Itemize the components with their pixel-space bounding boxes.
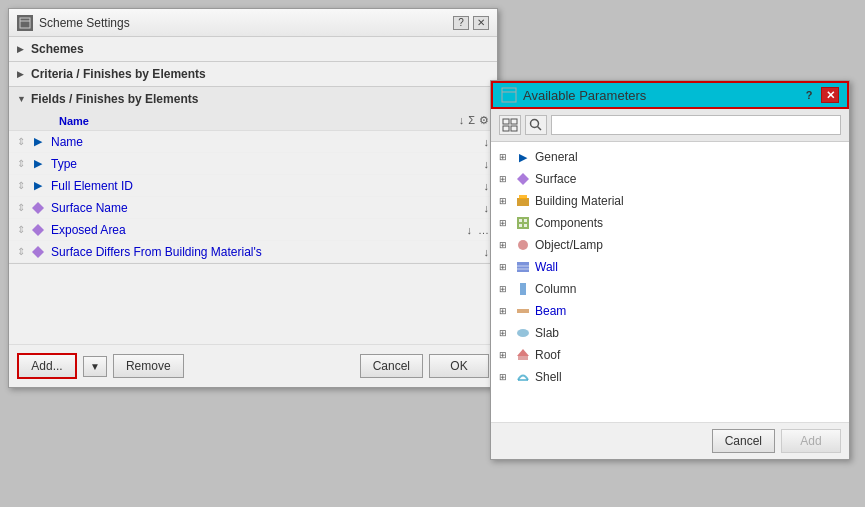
- schemes-label: Schemes: [31, 42, 84, 56]
- general-icon: ▶: [515, 149, 531, 165]
- param-label: Roof: [535, 348, 560, 362]
- field-row-surface-differs: ⇕ Surface Differs From Building Material…: [9, 241, 497, 263]
- param-item-components[interactable]: ⊞ Components: [491, 212, 849, 234]
- fields-label: Fields / Finishes by Elements: [31, 92, 198, 106]
- drag-handle[interactable]: ⇕: [17, 224, 25, 235]
- expand-icon: ⊞: [499, 372, 511, 382]
- fields-table: ⇕ ▶ Name ↓ ⇕ ▶ Type ↓ ⇕ ▶: [9, 131, 497, 263]
- svg-marker-2: [32, 202, 44, 214]
- svg-point-21: [518, 240, 528, 250]
- param-label: Object/Lamp: [535, 238, 603, 252]
- param-item-roof[interactable]: ⊞ Roof: [491, 344, 849, 366]
- sigma-icon[interactable]: Σ: [468, 114, 475, 127]
- field-sort-arrow: ↓: [467, 224, 473, 236]
- search-button[interactable]: [525, 115, 547, 135]
- svg-point-11: [531, 120, 539, 128]
- field-label: Surface Differs From Building Material's: [51, 245, 478, 259]
- svg-rect-0: [20, 18, 30, 28]
- field-type-icon: ▶: [31, 157, 45, 171]
- avail-add-button[interactable]: Add: [781, 429, 841, 453]
- avail-close-button[interactable]: ✕: [821, 87, 839, 103]
- field-label: Type: [51, 157, 478, 171]
- field-row-element-id: ⇕ ▶ Full Element ID ↓: [9, 175, 497, 197]
- avail-title: Available Parameters: [523, 88, 646, 103]
- svg-rect-29: [518, 356, 528, 360]
- svg-rect-7: [503, 119, 509, 124]
- add-button[interactable]: Add...: [17, 353, 77, 379]
- param-label: Column: [535, 282, 576, 296]
- param-label: Slab: [535, 326, 559, 340]
- avail-title-left: Available Parameters: [501, 87, 646, 103]
- svg-point-27: [517, 329, 529, 337]
- criteria-expand-arrow: ▶: [17, 69, 27, 79]
- expand-icon: ⊞: [499, 196, 511, 206]
- svg-rect-18: [524, 219, 527, 222]
- expand-icon: ⊞: [499, 262, 511, 272]
- schemes-section: ▶ Schemes: [9, 37, 497, 62]
- param-item-building-material[interactable]: ⊞ Building Material: [491, 190, 849, 212]
- svg-rect-26: [517, 309, 529, 313]
- param-item-shell[interactable]: ⊞ Shell: [491, 366, 849, 388]
- footer-right-buttons: Cancel OK: [360, 354, 489, 378]
- field-label: Surface Name: [51, 201, 478, 215]
- expand-icon: ⊞: [499, 306, 511, 316]
- param-item-column[interactable]: ⊞ Column: [491, 278, 849, 300]
- param-item-general[interactable]: ⊞ ▶ General: [491, 146, 849, 168]
- param-item-slab[interactable]: ⊞ Slab: [491, 322, 849, 344]
- field-label: Name: [51, 135, 478, 149]
- param-item-beam[interactable]: ⊞ Beam: [491, 300, 849, 322]
- dialog-title: Scheme Settings: [39, 16, 130, 30]
- avail-help-button[interactable]: ?: [801, 87, 817, 103]
- param-item-wall[interactable]: ⊞ Wall: [491, 256, 849, 278]
- param-item-surface[interactable]: ⊞ Surface: [491, 168, 849, 190]
- field-extra: …: [478, 224, 489, 236]
- drag-handle[interactable]: ⇕: [17, 246, 25, 257]
- param-item-object[interactable]: ⊞ Object/Lamp: [491, 234, 849, 256]
- add-dropdown-button[interactable]: ▼: [83, 356, 107, 377]
- field-sort-arrow: ↓: [484, 136, 490, 148]
- search-input[interactable]: [551, 115, 841, 135]
- svg-rect-22: [517, 262, 529, 272]
- shell-icon: [515, 369, 531, 385]
- table-header: Name ↓ Σ ⚙: [9, 111, 497, 131]
- cancel-button[interactable]: Cancel: [360, 354, 423, 378]
- fields-header[interactable]: ▼ Fields / Finishes by Elements: [9, 87, 497, 111]
- roof-icon: [515, 347, 531, 363]
- svg-rect-10: [511, 126, 517, 131]
- criteria-label: Criteria / Finishes by Elements: [31, 67, 206, 81]
- field-label: Full Element ID: [51, 179, 478, 193]
- svg-rect-16: [517, 217, 529, 229]
- expand-icon: ⊞: [499, 152, 511, 162]
- svg-rect-25: [520, 283, 526, 295]
- settings-icon[interactable]: ⚙: [479, 114, 489, 127]
- field-type-icon: ▶: [31, 135, 45, 149]
- remove-button[interactable]: Remove: [113, 354, 184, 378]
- drag-handle[interactable]: ⇕: [17, 158, 25, 169]
- param-label: Surface: [535, 172, 576, 186]
- avail-app-icon: [501, 87, 517, 103]
- avail-titlebar: Available Parameters ? ✕: [491, 81, 849, 109]
- param-label: General: [535, 150, 578, 164]
- drag-handle[interactable]: ⇕: [17, 136, 25, 147]
- param-label: Wall: [535, 260, 558, 274]
- drag-handle[interactable]: ⇕: [17, 202, 25, 213]
- svg-marker-13: [517, 173, 529, 185]
- schemes-header[interactable]: ▶ Schemes: [9, 37, 497, 61]
- avail-cancel-button[interactable]: Cancel: [712, 429, 775, 453]
- field-sort-arrow: ↓: [484, 158, 490, 170]
- view-toggle-button[interactable]: [499, 115, 521, 135]
- titlebar-buttons: ? ✕: [453, 16, 489, 30]
- help-button[interactable]: ?: [453, 16, 469, 30]
- building-material-icon: [515, 193, 531, 209]
- field-type-icon: ▶: [31, 179, 45, 193]
- ok-button[interactable]: OK: [429, 354, 489, 378]
- drag-handle[interactable]: ⇕: [17, 180, 25, 191]
- close-button[interactable]: ✕: [473, 16, 489, 30]
- expand-icon: ⊞: [499, 328, 511, 338]
- parameters-tree: ⊞ ▶ General ⊞ Surface ⊞: [491, 142, 849, 422]
- criteria-header[interactable]: ▶ Criteria / Finishes by Elements: [9, 62, 497, 86]
- field-row-name: ⇕ ▶ Name ↓: [9, 131, 497, 153]
- scheme-settings-dialog: Scheme Settings ? ✕ ▶ Schemes ▶ Criteria…: [8, 8, 498, 388]
- main-dialog-footer: Add... ▼ Remove Cancel OK: [9, 344, 497, 387]
- sort-arrow-icon[interactable]: ↓: [459, 114, 465, 127]
